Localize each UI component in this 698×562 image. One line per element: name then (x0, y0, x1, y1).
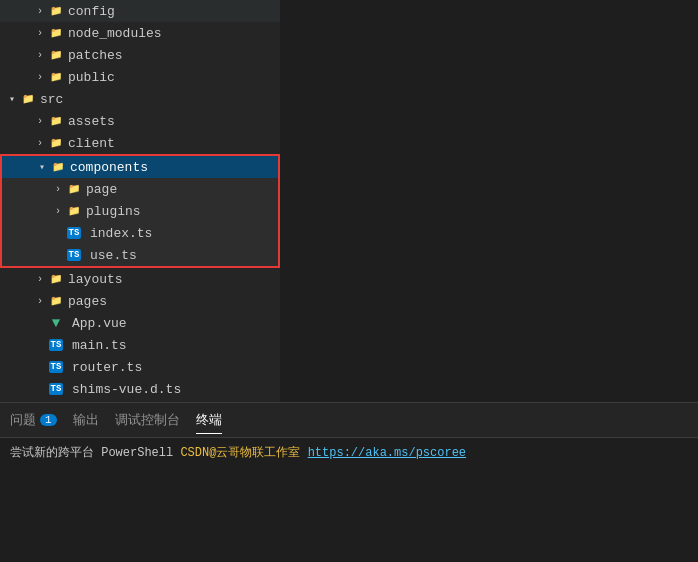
tree-item-layouts[interactable]: 📁 layouts (0, 268, 280, 290)
ts-icon-router: TS (48, 359, 64, 375)
chevron-config (32, 3, 48, 19)
ts-icon-shims: TS (48, 381, 64, 397)
chevron-none-use (50, 247, 66, 263)
tree-item-public[interactable]: 📁 public (0, 66, 280, 88)
chevron-none-router (32, 359, 48, 375)
label-index-ts: index.ts (90, 226, 278, 241)
folder-icon-plugins: 📁 (66, 203, 82, 219)
tree-item-router-ts[interactable]: TS router.ts (0, 356, 280, 378)
tree-item-shims-vue[interactable]: TS shims-vue.d.ts (0, 378, 280, 400)
folder-icon-src: 📁 (20, 91, 36, 107)
panel-tab-bar: 问题 1 输出 调试控制台 终端 (0, 403, 698, 438)
folder-icon-client: 📁 (48, 135, 64, 151)
tree-item-client[interactable]: 📁 client (0, 132, 280, 154)
tree-item-src[interactable]: 📁 src (0, 88, 280, 110)
folder-icon-assets: 📁 (48, 113, 64, 129)
tree-item-pages[interactable]: 📁 pages (0, 290, 280, 312)
tree-item-config[interactable]: 📁 config (0, 0, 280, 22)
label-components: components (70, 160, 278, 175)
label-pages: pages (68, 294, 280, 309)
tree-item-browserslistrc[interactable]: ≡ .browserslistrc (0, 400, 280, 402)
tree-item-use-ts[interactable]: TS use.ts (2, 244, 278, 266)
label-app-vue: App.vue (72, 316, 280, 331)
terminal-prefix: 尝试新的跨平台 PowerShell (10, 446, 180, 460)
chevron-none-main (32, 337, 48, 353)
vue-icon-app: ▼ (48, 315, 64, 331)
label-client: client (68, 136, 280, 151)
tree-item-index-ts[interactable]: TS index.ts (2, 222, 278, 244)
label-main-ts: main.ts (72, 338, 280, 353)
tree-item-app-vue[interactable]: ▼ App.vue (0, 312, 280, 334)
tab-problems-label: 问题 (10, 411, 36, 429)
terminal-source: CSDN@云哥物联工作室 (180, 446, 300, 460)
folder-icon-page: 📁 (66, 181, 82, 197)
bottom-panel: 问题 1 输出 调试控制台 终端 尝试新的跨平台 PowerShell CSDN… (0, 402, 698, 562)
tab-problems[interactable]: 问题 1 (10, 407, 57, 433)
label-layouts: layouts (68, 272, 280, 287)
ts-icon-main: TS (48, 337, 64, 353)
main-area: 📁 config 📁 node_modules 📁 patches 📁 publ… (0, 0, 698, 402)
label-router-ts: router.ts (72, 360, 280, 375)
chevron-none-index (50, 225, 66, 241)
terminal-line: 尝试新的跨平台 PowerShell CSDN@云哥物联工作室 https://… (10, 444, 688, 463)
label-patches: patches (68, 48, 280, 63)
tab-debug-console-label: 调试控制台 (115, 411, 180, 429)
folder-icon-node-modules: 📁 (48, 25, 64, 41)
chevron-plugins (50, 203, 66, 219)
tab-terminal[interactable]: 终端 (196, 407, 222, 434)
label-shims-vue-ts: shims-vue.d.ts (72, 382, 280, 397)
folder-icon-config: 📁 (48, 3, 64, 19)
label-node-modules: node_modules (68, 26, 280, 41)
file-explorer-sidebar: 📁 config 📁 node_modules 📁 patches 📁 publ… (0, 0, 280, 402)
folder-icon-public: 📁 (48, 69, 64, 85)
chevron-layouts (32, 271, 48, 287)
problems-badge: 1 (40, 414, 57, 426)
tree-item-assets[interactable]: 📁 assets (0, 110, 280, 132)
chevron-client (32, 135, 48, 151)
chevron-pages (32, 293, 48, 309)
tab-output-label: 输出 (73, 411, 99, 429)
label-page: page (86, 182, 278, 197)
chevron-page (50, 181, 66, 197)
tab-output[interactable]: 输出 (73, 407, 99, 433)
chevron-node-modules (32, 25, 48, 41)
label-src: src (40, 92, 280, 107)
folder-icon-patches: 📁 (48, 47, 64, 63)
tree-item-page[interactable]: 📁 page (2, 178, 278, 200)
folder-icon-pages: 📁 (48, 293, 64, 309)
label-public: public (68, 70, 280, 85)
terminal-link[interactable]: https://aka.ms/pscoree (308, 446, 466, 460)
chevron-src (4, 91, 20, 107)
chevron-public (32, 69, 48, 85)
folder-icon-components: 📁 (50, 159, 66, 175)
chevron-none-shims (32, 381, 48, 397)
editor-area (280, 0, 698, 402)
chevron-assets (32, 113, 48, 129)
label-assets: assets (68, 114, 280, 129)
ts-icon-use: TS (66, 247, 82, 263)
tab-terminal-label: 终端 (196, 411, 222, 429)
ts-icon-index: TS (66, 225, 82, 241)
folder-icon-layouts: 📁 (48, 271, 64, 287)
label-plugins: plugins (86, 204, 278, 219)
chevron-none-app (32, 315, 48, 331)
tree-item-main-ts[interactable]: TS main.ts (0, 334, 280, 356)
tab-debug-console[interactable]: 调试控制台 (115, 407, 180, 433)
chevron-patches (32, 47, 48, 63)
label-config: config (68, 4, 280, 19)
components-group: 📁 components 📁 page 📁 plugins TS index.t… (0, 154, 280, 268)
tree-item-components[interactable]: 📁 components (2, 156, 278, 178)
tree-item-patches[interactable]: 📁 patches (0, 44, 280, 66)
tree-item-plugins[interactable]: 📁 plugins (2, 200, 278, 222)
tree-item-node-modules[interactable]: 📁 node_modules (0, 22, 280, 44)
label-use-ts: use.ts (90, 248, 278, 263)
chevron-components (34, 159, 50, 175)
terminal-content: 尝试新的跨平台 PowerShell CSDN@云哥物联工作室 https://… (0, 438, 698, 562)
